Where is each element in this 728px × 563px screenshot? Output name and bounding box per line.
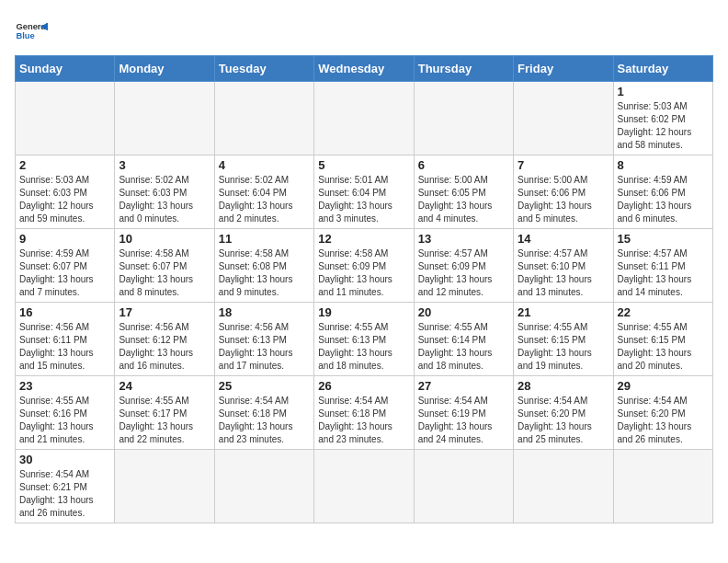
calendar-table: SundayMondayTuesdayWednesdayThursdayFrid… xyxy=(15,55,713,523)
calendar-cell: 5Sunrise: 5:01 AM Sunset: 6:04 PM Daylig… xyxy=(314,155,414,229)
calendar-cell xyxy=(115,82,214,155)
day-number: 5 xyxy=(318,158,409,172)
day-number: 2 xyxy=(19,158,110,172)
day-number: 11 xyxy=(219,232,310,246)
calendar-cell xyxy=(514,82,613,155)
weekday-header-thursday: Thursday xyxy=(414,56,513,82)
calendar-cell: 6Sunrise: 5:00 AM Sunset: 6:05 PM Daylig… xyxy=(414,155,513,229)
day-number: 15 xyxy=(618,232,709,246)
calendar-week-row: 16Sunrise: 4:56 AM Sunset: 6:11 PM Dayli… xyxy=(16,303,713,376)
day-info: Sunrise: 4:54 AM Sunset: 6:18 PM Dayligh… xyxy=(219,395,310,446)
day-info: Sunrise: 4:58 AM Sunset: 6:07 PM Dayligh… xyxy=(119,247,210,299)
day-info: Sunrise: 4:58 AM Sunset: 6:08 PM Dayligh… xyxy=(219,247,310,299)
day-number: 23 xyxy=(19,379,110,393)
calendar-cell xyxy=(613,450,712,523)
weekday-header-sunday: Sunday xyxy=(16,56,115,82)
calendar-cell: 17Sunrise: 4:56 AM Sunset: 6:12 PM Dayli… xyxy=(115,303,214,376)
day-number: 22 xyxy=(618,305,709,319)
day-info: Sunrise: 4:56 AM Sunset: 6:11 PM Dayligh… xyxy=(19,321,110,373)
day-number: 4 xyxy=(219,158,310,172)
calendar-cell: 1Sunrise: 5:03 AM Sunset: 6:02 PM Daylig… xyxy=(613,82,712,155)
day-number: 1 xyxy=(618,85,709,98)
day-info: Sunrise: 4:57 AM Sunset: 6:09 PM Dayligh… xyxy=(418,247,509,299)
day-number: 25 xyxy=(219,379,310,393)
calendar-cell: 7Sunrise: 5:00 AM Sunset: 6:06 PM Daylig… xyxy=(514,155,613,229)
day-number: 18 xyxy=(219,305,310,319)
day-number: 21 xyxy=(518,305,609,319)
calendar-week-row: 2Sunrise: 5:03 AM Sunset: 6:03 PM Daylig… xyxy=(16,155,713,229)
calendar-week-row: 23Sunrise: 4:55 AM Sunset: 6:16 PM Dayli… xyxy=(16,376,713,450)
weekday-header-wednesday: Wednesday xyxy=(314,56,414,82)
calendar-cell: 27Sunrise: 4:54 AM Sunset: 6:19 PM Dayli… xyxy=(414,376,513,450)
day-number: 17 xyxy=(119,305,210,319)
calendar-cell: 28Sunrise: 4:54 AM Sunset: 6:20 PM Dayli… xyxy=(514,376,613,450)
day-number: 12 xyxy=(318,232,409,246)
day-number: 6 xyxy=(418,158,509,172)
weekday-header-saturday: Saturday xyxy=(613,56,712,82)
calendar-cell xyxy=(414,450,513,523)
calendar-cell: 15Sunrise: 4:57 AM Sunset: 6:11 PM Dayli… xyxy=(613,229,712,303)
day-number: 13 xyxy=(418,232,509,246)
calendar-cell: 4Sunrise: 5:02 AM Sunset: 6:04 PM Daylig… xyxy=(214,155,313,229)
calendar-week-row: 1Sunrise: 5:03 AM Sunset: 6:02 PM Daylig… xyxy=(16,82,713,155)
day-info: Sunrise: 5:02 AM Sunset: 6:03 PM Dayligh… xyxy=(119,174,210,225)
calendar-cell: 2Sunrise: 5:03 AM Sunset: 6:03 PM Daylig… xyxy=(16,155,115,229)
calendar-cell: 26Sunrise: 4:54 AM Sunset: 6:18 PM Dayli… xyxy=(314,376,414,450)
calendar-cell: 16Sunrise: 4:56 AM Sunset: 6:11 PM Dayli… xyxy=(16,303,115,376)
day-number: 27 xyxy=(418,379,509,393)
weekday-header-row: SundayMondayTuesdayWednesdayThursdayFrid… xyxy=(16,56,713,82)
day-number: 7 xyxy=(518,158,609,172)
day-number: 20 xyxy=(418,305,509,319)
day-info: Sunrise: 4:54 AM Sunset: 6:21 PM Dayligh… xyxy=(19,468,110,520)
calendar-cell: 22Sunrise: 4:55 AM Sunset: 6:15 PM Dayli… xyxy=(613,303,712,376)
day-number: 8 xyxy=(618,158,709,172)
calendar-cell xyxy=(16,82,115,155)
day-info: Sunrise: 4:54 AM Sunset: 6:18 PM Dayligh… xyxy=(318,395,409,446)
calendar-cell: 11Sunrise: 4:58 AM Sunset: 6:08 PM Dayli… xyxy=(214,229,313,303)
calendar-cell: 12Sunrise: 4:58 AM Sunset: 6:09 PM Dayli… xyxy=(314,229,414,303)
day-number: 26 xyxy=(318,379,409,393)
day-number: 9 xyxy=(19,232,110,246)
day-number: 29 xyxy=(618,379,709,393)
calendar-cell: 25Sunrise: 4:54 AM Sunset: 6:18 PM Dayli… xyxy=(214,376,313,450)
calendar-cell xyxy=(314,450,414,523)
calendar-cell: 23Sunrise: 4:55 AM Sunset: 6:16 PM Dayli… xyxy=(16,376,115,450)
day-info: Sunrise: 5:02 AM Sunset: 6:04 PM Dayligh… xyxy=(219,174,310,225)
calendar-cell xyxy=(314,82,414,155)
weekday-header-friday: Friday xyxy=(514,56,613,82)
calendar-cell: 24Sunrise: 4:55 AM Sunset: 6:17 PM Dayli… xyxy=(115,376,214,450)
calendar-cell: 29Sunrise: 4:54 AM Sunset: 6:20 PM Dayli… xyxy=(613,376,712,450)
calendar-cell xyxy=(514,450,613,523)
logo: General Blue xyxy=(15,15,48,48)
calendar-cell: 9Sunrise: 4:59 AM Sunset: 6:07 PM Daylig… xyxy=(16,229,115,303)
day-info: Sunrise: 4:57 AM Sunset: 6:11 PM Dayligh… xyxy=(618,247,709,299)
calendar-cell: 10Sunrise: 4:58 AM Sunset: 6:07 PM Dayli… xyxy=(115,229,214,303)
day-info: Sunrise: 4:57 AM Sunset: 6:10 PM Dayligh… xyxy=(518,247,609,299)
day-info: Sunrise: 4:58 AM Sunset: 6:09 PM Dayligh… xyxy=(318,247,409,299)
day-info: Sunrise: 4:54 AM Sunset: 6:19 PM Dayligh… xyxy=(418,395,509,446)
day-info: Sunrise: 5:03 AM Sunset: 6:03 PM Dayligh… xyxy=(19,174,110,225)
calendar-cell: 3Sunrise: 5:02 AM Sunset: 6:03 PM Daylig… xyxy=(115,155,214,229)
day-info: Sunrise: 5:00 AM Sunset: 6:06 PM Dayligh… xyxy=(518,174,609,225)
calendar-cell xyxy=(214,82,313,155)
header: General Blue xyxy=(15,15,713,48)
calendar-cell: 30Sunrise: 4:54 AM Sunset: 6:21 PM Dayli… xyxy=(16,450,115,523)
day-info: Sunrise: 4:55 AM Sunset: 6:15 PM Dayligh… xyxy=(618,321,709,373)
calendar-cell xyxy=(214,450,313,523)
day-info: Sunrise: 4:55 AM Sunset: 6:13 PM Dayligh… xyxy=(318,321,409,373)
day-info: Sunrise: 5:03 AM Sunset: 6:02 PM Dayligh… xyxy=(618,100,709,152)
day-info: Sunrise: 5:01 AM Sunset: 6:04 PM Dayligh… xyxy=(318,174,409,225)
day-number: 19 xyxy=(318,305,409,319)
calendar-cell: 19Sunrise: 4:55 AM Sunset: 6:13 PM Dayli… xyxy=(314,303,414,376)
calendar-cell xyxy=(115,450,214,523)
day-info: Sunrise: 4:59 AM Sunset: 6:06 PM Dayligh… xyxy=(618,174,709,225)
day-number: 14 xyxy=(518,232,609,246)
day-number: 30 xyxy=(19,453,110,466)
day-number: 3 xyxy=(119,158,210,172)
weekday-header-monday: Monday xyxy=(115,56,214,82)
day-info: Sunrise: 4:54 AM Sunset: 6:20 PM Dayligh… xyxy=(518,395,609,446)
day-info: Sunrise: 4:56 AM Sunset: 6:12 PM Dayligh… xyxy=(119,321,210,373)
day-number: 24 xyxy=(119,379,210,393)
svg-text:Blue: Blue xyxy=(16,31,34,40)
day-info: Sunrise: 4:54 AM Sunset: 6:20 PM Dayligh… xyxy=(618,395,709,446)
